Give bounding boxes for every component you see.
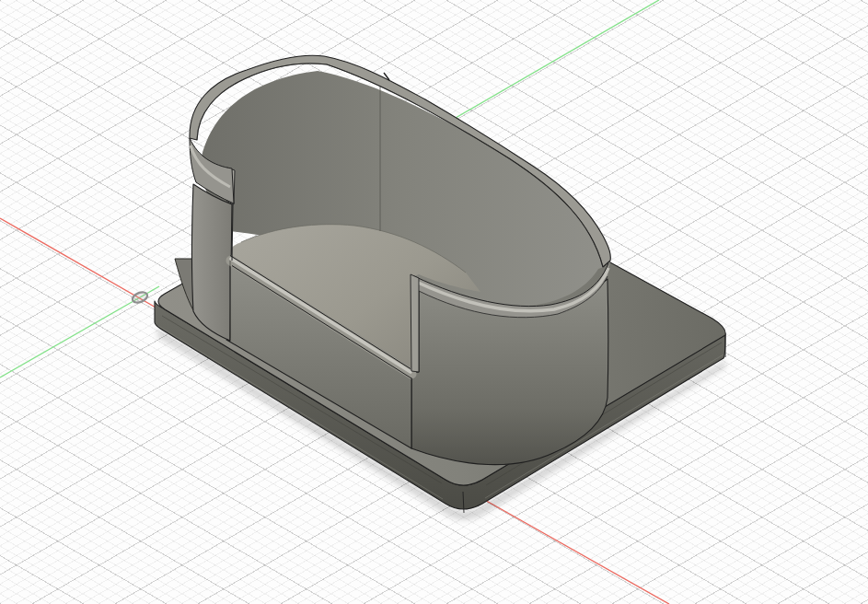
- right-cut-face: [411, 274, 419, 372]
- x-axis-line-near: [469, 491, 669, 604]
- model-canvas[interactable]: [0, 0, 868, 604]
- y-axis-line-far: [456, 0, 659, 118]
- cad-viewport[interactable]: [0, 0, 868, 604]
- left-end-wall[interactable]: [192, 184, 233, 341]
